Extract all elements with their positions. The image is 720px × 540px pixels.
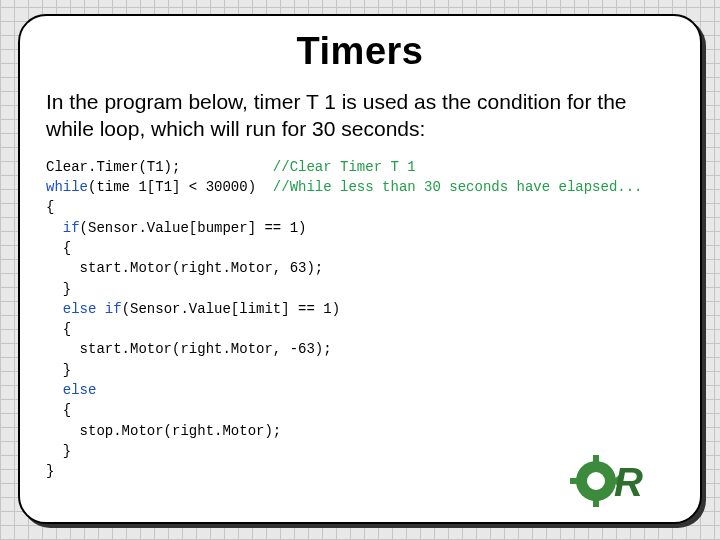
svg-point-1 [587, 472, 605, 490]
code-brace: { [46, 240, 71, 256]
slide-intro-text: In the program below, timer T 1 is used … [46, 89, 674, 143]
code-cond: (time 1[T1] < 30000) [88, 179, 256, 195]
svg-rect-2 [593, 455, 599, 463]
gear-r-icon: R [554, 454, 674, 508]
code-call: Clear.Timer(T1); [46, 159, 180, 175]
code-call: start.Motor(right.Motor, -63); [46, 341, 332, 357]
svg-text:R: R [614, 460, 643, 504]
code-call: stop.Motor(right.Motor); [46, 423, 281, 439]
svg-rect-3 [593, 499, 599, 507]
code-brace: } [46, 443, 71, 459]
code-keyword-elseif: else if [46, 301, 122, 317]
code-brace: { [46, 321, 71, 337]
code-brace: { [46, 402, 71, 418]
code-comment: //Clear Timer T 1 [273, 159, 416, 175]
code-block: Clear.Timer(T1); //Clear Timer T 1 while… [46, 157, 674, 482]
code-keyword-else: else [46, 382, 96, 398]
svg-rect-5 [570, 478, 578, 484]
robotc-logo: R [554, 454, 674, 508]
slide-frame: Timers In the program below, timer T 1 i… [18, 14, 702, 524]
code-cond: (Sensor.Value[bumper] == 1) [80, 220, 307, 236]
code-keyword-while: while [46, 179, 88, 195]
code-brace: } [46, 362, 71, 378]
code-keyword-if: if [46, 220, 80, 236]
code-comment: //While less than 30 seconds have elapse… [273, 179, 643, 195]
code-brace: { [46, 199, 54, 215]
slide-title: Timers [46, 30, 674, 73]
code-call: start.Motor(right.Motor, 63); [46, 260, 323, 276]
code-brace: } [46, 463, 54, 479]
code-cond: (Sensor.Value[limit] == 1) [122, 301, 340, 317]
code-brace: } [46, 281, 71, 297]
